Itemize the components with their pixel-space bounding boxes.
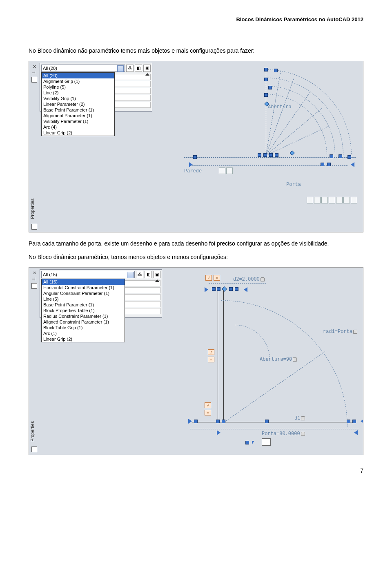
grip[interactable] xyxy=(252,441,254,447)
grip[interactable] xyxy=(222,420,225,423)
grip[interactable] xyxy=(205,287,211,292)
grip[interactable] xyxy=(275,153,278,157)
tool-button[interactable] xyxy=(219,167,225,174)
label-d2: d2=2.0000 xyxy=(233,277,265,282)
grip[interactable] xyxy=(212,287,216,291)
screenshot-block-parametric: ✕ ⊣ Properties All (15) ⁂ ◧ ▣ All (15) H… xyxy=(29,267,363,455)
tool-button[interactable] xyxy=(307,197,313,203)
list-item[interactable]: Block Table Grip (1) xyxy=(42,325,125,330)
list-item[interactable]: Radius Constraint Parameter (1) xyxy=(42,313,125,319)
grip[interactable] xyxy=(330,154,333,158)
grip[interactable] xyxy=(229,287,233,291)
list-item[interactable]: Visibility Parameter (1) xyxy=(42,118,114,124)
toolbar-small xyxy=(219,167,233,174)
grip[interactable] xyxy=(264,68,268,71)
list-item[interactable]: Horizontal Constraint Parameter (1) xyxy=(42,285,125,290)
list-item[interactable]: Arc (1) xyxy=(42,330,125,336)
tool-button[interactable] xyxy=(226,167,233,174)
screenshot-block-nonparametric: ✕ ⊣ Properties All (20) ⁂ ◧ ▣ All (20) A… xyxy=(29,61,363,232)
grip[interactable] xyxy=(258,153,261,157)
list-item[interactable]: Line (5) xyxy=(42,296,125,302)
label-d1: d1 xyxy=(294,415,305,421)
grip[interactable] xyxy=(216,420,220,423)
list-item[interactable]: Alignment Parameter (1) xyxy=(42,113,114,118)
constraint-equal-icon[interactable]: = xyxy=(208,357,214,362)
object-type-dropdown[interactable]: All (15) Horizontal Constraint Parameter… xyxy=(41,279,125,342)
grip[interactable] xyxy=(189,162,195,167)
list-item[interactable]: Alignment Grip (1) xyxy=(42,78,114,84)
paragraph-1: No Bloco dinâmico não paramétrico temos … xyxy=(29,47,363,55)
tool-button[interactable] xyxy=(351,197,357,203)
list-item[interactable]: Angular Constraint Parameter (1) xyxy=(42,290,125,296)
list-item[interactable]: Arc (4) xyxy=(42,124,114,130)
grip[interactable] xyxy=(217,430,223,435)
lock-icon xyxy=(301,432,305,436)
constraint-parallel-icon[interactable]: ⫽ xyxy=(205,402,211,408)
tool-button[interactable] xyxy=(336,197,343,203)
document-header: Blocos Dinâmicos Paramétricos no AutoCAD… xyxy=(29,16,363,22)
grip[interactable] xyxy=(264,93,268,97)
lock-icon xyxy=(261,277,265,281)
tool-button[interactable] xyxy=(314,197,321,203)
grip[interactable] xyxy=(263,153,267,157)
grip[interactable] xyxy=(222,286,227,292)
grip[interactable] xyxy=(352,420,356,423)
grip[interactable] xyxy=(321,163,324,166)
grip[interactable] xyxy=(352,430,358,435)
grip[interactable] xyxy=(264,78,268,81)
tool-button[interactable] xyxy=(321,197,328,203)
list-item[interactable]: Polyline (5) xyxy=(42,84,114,90)
grip[interactable] xyxy=(188,419,194,424)
paragraph-3: No Bloco dinâmico paramétrico, temos men… xyxy=(29,253,363,261)
grip[interactable] xyxy=(274,69,278,72)
grip[interactable] xyxy=(241,287,247,292)
label-abertura: Abertura xyxy=(268,104,292,110)
grip[interactable] xyxy=(347,420,350,423)
list-item[interactable]: Aligned Constraint Parameter (1) xyxy=(42,319,125,325)
label-porta: Porta xyxy=(286,182,301,188)
paragraph-2: Para cada tamanho de porta, existe um de… xyxy=(29,240,363,248)
grip[interactable] xyxy=(193,155,197,159)
tool-button[interactable] xyxy=(329,197,335,203)
grip[interactable] xyxy=(347,155,351,159)
grip[interactable] xyxy=(194,420,198,423)
grip[interactable] xyxy=(245,441,249,444)
label-rad1: rad1=Porta xyxy=(323,329,357,335)
list-item[interactable]: Visibility Grip (1) xyxy=(42,96,114,101)
block-table-grip[interactable] xyxy=(262,438,271,446)
grip[interactable] xyxy=(327,163,331,166)
constraint-equal-icon[interactable]: = xyxy=(205,410,211,415)
list-item[interactable]: Block Properties Table (1) xyxy=(42,308,125,313)
object-type-dropdown[interactable]: All (20) Alignment Grip (1) Polyline (5)… xyxy=(41,72,115,136)
list-item[interactable]: All (20) xyxy=(42,73,114,78)
constraint-parallel-icon[interactable]: ⫽ xyxy=(208,349,214,355)
lock-icon xyxy=(293,357,297,362)
grip[interactable] xyxy=(235,287,238,291)
list-item[interactable]: Linear Grip (2) xyxy=(42,336,125,342)
tool-button[interactable] xyxy=(343,197,350,203)
list-item[interactable]: Linear Parameter (2) xyxy=(42,101,114,107)
page-number: 7 xyxy=(29,467,363,474)
list-item[interactable]: Linear Grip (2) xyxy=(42,130,114,136)
constraint-equal-icon[interactable]: = xyxy=(214,275,220,281)
grip[interactable] xyxy=(339,154,342,158)
toolbar-bottom xyxy=(307,197,357,203)
lock-icon xyxy=(301,416,305,420)
list-item[interactable]: Base Point Parameter (1) xyxy=(42,302,125,308)
grip[interactable] xyxy=(265,420,269,423)
list-item[interactable]: All (15) xyxy=(42,279,125,285)
grip[interactable] xyxy=(358,419,363,424)
grip[interactable] xyxy=(348,162,354,167)
grip[interactable] xyxy=(268,86,272,89)
lock-icon xyxy=(353,330,357,334)
constraint-parallel-icon[interactable]: ⫽ xyxy=(205,275,212,281)
label-porta: Porta=80.0000 xyxy=(262,431,305,437)
label-abertura: Abertura=90 xyxy=(260,357,297,362)
label-parede: Parede xyxy=(184,168,202,174)
list-item[interactable]: Line (2) xyxy=(42,90,114,96)
list-item[interactable]: Base Point Parameter (1) xyxy=(42,107,114,113)
grip[interactable] xyxy=(269,153,273,157)
